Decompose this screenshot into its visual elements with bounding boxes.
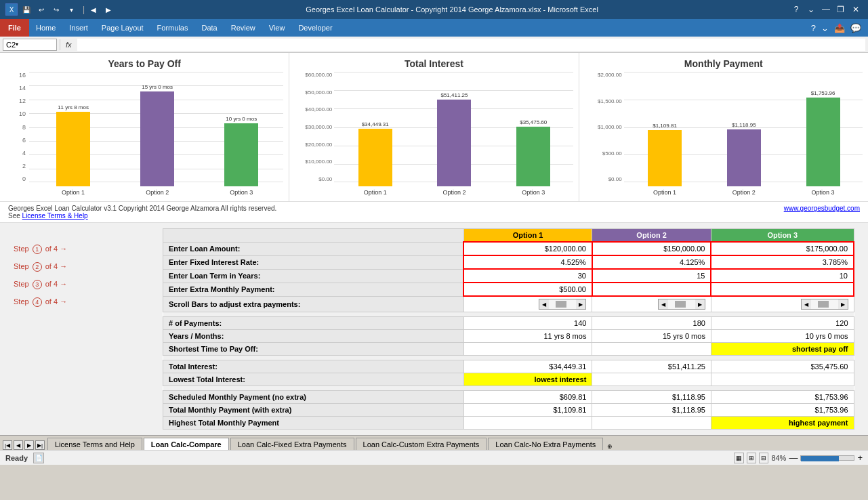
scroll-thumb-opt3[interactable] <box>818 301 829 308</box>
comments-icon[interactable]: 💬 <box>849 22 863 35</box>
insert-menu[interactable]: Insert <box>62 19 95 37</box>
extra-payment-opt2[interactable] <box>592 283 711 296</box>
zoom-slider[interactable] <box>800 455 854 461</box>
lowest-interest-label: Lowest Total Interest: <box>163 373 464 386</box>
tab-first-btn[interactable]: |◀ <box>3 440 12 450</box>
tab-next-btn[interactable]: ▶ <box>24 440 34 450</box>
scroll-right-btn-opt3[interactable]: ▶ <box>838 299 848 309</box>
years-months-label: Years / Months: <box>163 330 464 343</box>
spacer-row-3 <box>163 386 854 391</box>
license-line: See License Terms & Help <box>8 212 860 220</box>
loan-term-opt1[interactable]: 30 <box>463 269 592 283</box>
monthly-chart: Monthly Payment $2,000.00$1,500.00$1,000… <box>579 53 868 201</box>
scrollbar-opt3[interactable]: ◀ ▶ <box>801 299 848 310</box>
tab-license[interactable]: License Terms and Help <box>47 438 142 450</box>
interest-bar-opt2-rect <box>437 100 471 186</box>
years-chart-y-axis: 1614121086420 <box>5 72 26 182</box>
qat-more-button[interactable]: ▾ <box>65 3 77 16</box>
scrollbar-opt1[interactable]: ◀ ▶ <box>539 299 586 310</box>
interest-chart-y-axis: $60,000.00$50,000.00$40,000.00$30,000.00… <box>295 72 332 182</box>
years-months-opt1: 11 yrs 8 mos <box>463 330 592 343</box>
interest-rate-opt3[interactable]: 3.785% <box>711 255 854 269</box>
shortest-payoff-opt1 <box>463 343 592 356</box>
close-button[interactable]: ✕ <box>849 3 863 16</box>
extra-payment-opt1[interactable]: $500.00 <box>463 283 592 296</box>
scheduled-payment-opt1: $609.81 <box>463 391 592 404</box>
review-menu[interactable]: Review <box>224 19 262 37</box>
loan-term-row: Enter Loan Term in Years: 30 15 10 <box>163 269 854 283</box>
loan-amount-opt2[interactable]: $150,000.00 <box>592 242 711 255</box>
extra-payment-opt3[interactable] <box>711 283 854 296</box>
back-button[interactable]: ◀ <box>87 3 100 16</box>
total-interest-opt1: $34,449.31 <box>463 360 592 373</box>
min-ribbon-icon[interactable]: ⌄ <box>820 22 830 35</box>
sheet-tabs: |◀ ◀ ▶ ▶| License Terms and Help Loan Ca… <box>0 435 868 450</box>
header-option3: Option 3 <box>711 229 854 243</box>
interest-rate-opt1[interactable]: 4.525% <box>463 255 592 269</box>
loan-amount-opt1[interactable]: $120,000.00 <box>463 242 592 255</box>
years-months-row: Years / Months: 11 yrs 8 mos 15 yrs 0 mo… <box>163 330 854 343</box>
tab-last-btn[interactable]: ▶| <box>35 440 45 450</box>
scroll-thumb-opt2[interactable] <box>675 301 686 308</box>
interest-bar-opt1-rect <box>358 129 392 186</box>
monthly-chart-y-axis: $2,000.00$1,500.00$1,000.00$500.00$0.00 <box>585 72 622 182</box>
undo-qat-button[interactable]: ↩ <box>35 3 47 16</box>
home-menu[interactable]: Home <box>29 19 62 37</box>
step2-circle: 2 <box>33 262 42 272</box>
window-title: Georges Excel Loan Calculator - Copyrigh… <box>306 5 598 14</box>
loan-term-opt2[interactable]: 15 <box>592 269 711 283</box>
tab-prev-btn[interactable]: ◀ <box>14 440 23 450</box>
website-link[interactable]: www.georgesbudget.com <box>784 205 860 212</box>
restore-button[interactable]: ❐ <box>834 3 848 16</box>
tab-loan-no-extra[interactable]: Loan Calc-No Extra Payments <box>488 438 603 450</box>
interest-rate-opt2[interactable]: 4.125% <box>592 255 711 269</box>
scroll-track-opt3 <box>811 299 838 309</box>
zoom-in-icon[interactable]: + <box>857 453 863 463</box>
tab-add-icon[interactable]: ⊕ <box>607 443 613 450</box>
help-icon[interactable]: ? <box>810 22 817 35</box>
loan-amount-label: Enter Loan Amount: <box>163 242 464 255</box>
formula-input[interactable] <box>77 39 865 51</box>
scroll-left-btn-opt3[interactable]: ◀ <box>802 299 811 309</box>
help-button[interactable]: ? <box>789 3 803 16</box>
ribbon-collapse-button[interactable]: ⌄ <box>804 3 818 16</box>
interest-bar-opt1: $34,449.31 Option 1 <box>358 121 392 196</box>
formulas-menu[interactable]: Formulas <box>150 19 195 37</box>
zoom-out-icon[interactable]: — <box>789 453 798 463</box>
page-layout-menu[interactable]: Page Layout <box>95 19 150 37</box>
file-menu[interactable]: File <box>0 19 29 37</box>
status-grid-icon[interactable]: ▦ <box>734 453 744 463</box>
step4-label: Step 4 of 4 → <box>14 297 67 307</box>
years-bar-opt3-rect <box>224 123 258 186</box>
tab-loan-custom[interactable]: Loan Calc-Custom Extra Payments <box>356 438 487 450</box>
title-bar-left: X 💾 ↩ ↪ ▾ | ◀ ▶ <box>5 3 115 16</box>
interest-bar-opt3-rect <box>516 127 550 186</box>
steps-column: Step 1 of 4 → Step 2 of 4 → Step 3 of 4 … <box>14 228 149 430</box>
developer-menu[interactable]: Developer <box>291 19 339 37</box>
license-link[interactable]: License Terms & Help <box>22 212 88 220</box>
scroll-right-btn-opt2[interactable]: ▶ <box>695 299 705 309</box>
minimize-button[interactable]: — <box>819 3 833 16</box>
data-menu[interactable]: Data <box>194 19 224 37</box>
loan-amount-opt3[interactable]: $175,000.00 <box>711 242 854 255</box>
view-menu[interactable]: View <box>262 19 292 37</box>
excel-icon: X <box>5 3 18 16</box>
scrollbar-opt2[interactable]: ◀ ▶ <box>658 299 705 310</box>
scroll-left-btn-opt2[interactable]: ◀ <box>659 299 668 309</box>
name-box[interactable]: C2 ▾ <box>3 39 57 51</box>
share-icon[interactable]: 📤 <box>833 22 846 35</box>
loan-term-opt3[interactable]: 10 <box>711 269 854 283</box>
status-layout-icon[interactable]: ⊞ <box>747 453 756 463</box>
tab-loan-fixed[interactable]: Loan Calc-Fixed Extra Payments <box>230 438 354 450</box>
calc-table: Option 1 Option 2 Option 3 Enter Loan Am… <box>163 228 854 430</box>
save-qat-button[interactable]: 💾 <box>20 3 33 16</box>
forward-button[interactable]: ▶ <box>102 3 115 16</box>
status-page-break-icon[interactable]: ⊟ <box>759 453 768 463</box>
scroll-right-btn-opt1[interactable]: ▶ <box>576 299 585 309</box>
window-controls: ? ⌄ — ❐ ✕ <box>789 3 863 16</box>
tab-loan-compare[interactable]: Loan Calc-Compare <box>144 438 229 450</box>
redo-qat-button[interactable]: ↪ <box>50 3 62 16</box>
name-box-arrow[interactable]: ▾ <box>16 41 18 47</box>
scroll-thumb-opt1[interactable] <box>556 301 566 308</box>
scroll-left-btn-opt1[interactable]: ◀ <box>539 299 549 309</box>
